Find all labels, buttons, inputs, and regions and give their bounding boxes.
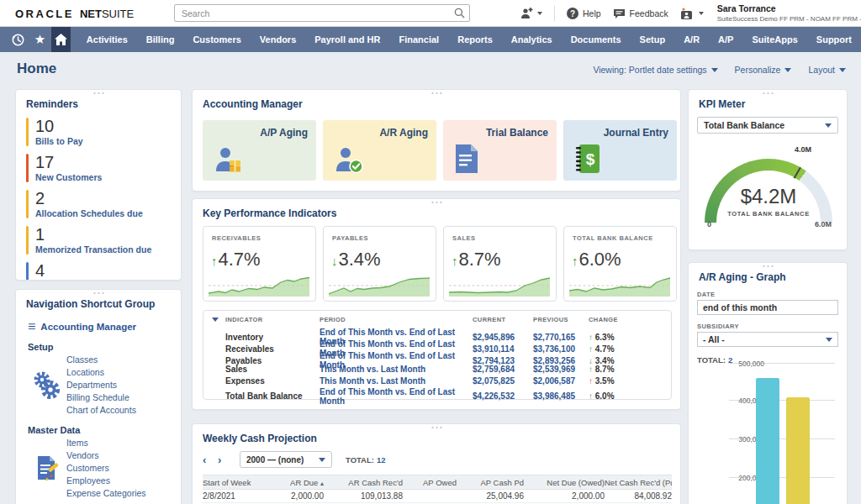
reminder-allocation-schedules[interactable]: 2 Allocation Schedules due	[26, 190, 171, 218]
help-button[interactable]: ? Help	[567, 8, 601, 19]
collapse-caret-icon[interactable]	[212, 318, 219, 322]
chevron-down-icon	[825, 123, 832, 128]
user-info[interactable]: Sara Torrance SuiteSuccess Demo FF PRM -…	[716, 3, 861, 23]
nav-item-documents[interactable]: Documents	[562, 27, 631, 52]
person-check-icon	[333, 144, 365, 175]
nav-item-setup[interactable]: Setup	[631, 27, 675, 52]
reminder-color-bar	[26, 154, 29, 182]
gears-icon	[28, 354, 66, 417]
table-row-inventory[interactable]: Inventory End of This Month vs. End of L…	[203, 328, 671, 339]
viewing-settings-dropdown[interactable]: Viewing: Portlet date settings	[593, 65, 717, 75]
sparkline-chart	[209, 275, 309, 297]
shortcuts-star-icon[interactable]: ★	[29, 27, 50, 52]
drag-handle[interactable]	[430, 201, 442, 205]
sparkline-chart	[449, 275, 550, 297]
document-icon	[453, 143, 480, 175]
reminder-new-customers[interactable]: 17 New Customers	[26, 154, 171, 182]
kpi-card-receivables[interactable]: RECEIVABLES ↑4.7%	[203, 226, 316, 302]
prev-page-button[interactable]: ‹	[203, 454, 218, 466]
kpi-card-payables[interactable]: PAYABLES ↓3.4%	[323, 226, 436, 302]
shortcut-link-customers[interactable]: Customers	[66, 462, 146, 475]
logo-suite: SUITE	[102, 8, 134, 20]
trend-arrow-icon: ↑	[589, 344, 593, 354]
nav-item-vendors[interactable]: Vendors	[251, 27, 305, 52]
quick-add-menu[interactable]	[520, 8, 542, 20]
kpi-card-total-bank-balance[interactable]: TOTAL BANK BALANCE ↑6.0%	[563, 226, 677, 302]
subsidiary-dropdown[interactable]: - All -	[697, 332, 838, 347]
reminder-color-bar	[26, 262, 29, 281]
bar-current[interactable]	[756, 378, 779, 504]
reminder-count: 4	[35, 262, 121, 280]
gauge-min-label: 0	[707, 220, 711, 228]
bar-overdue[interactable]	[786, 397, 810, 504]
shortcut-link-employees[interactable]: Employees	[66, 475, 146, 487]
personalize-dropdown[interactable]: Personalize	[735, 65, 792, 75]
drag-handle[interactable]	[430, 426, 442, 430]
logo-oracle: ORACLE	[15, 8, 74, 20]
next-page-button[interactable]: ›	[218, 454, 233, 466]
reminder-memorized-transaction[interactable]: 1 Memorized Transaction due	[26, 226, 171, 255]
drag-handle[interactable]	[762, 92, 774, 96]
layout-dropdown[interactable]: Layout	[808, 65, 846, 75]
tile-ar-aging[interactable]: A/R Aging	[323, 120, 436, 181]
nav-item-billing[interactable]: Billing	[137, 27, 184, 52]
shortcut-link-chart-of-accounts[interactable]: Chart of Accounts	[66, 404, 136, 417]
recent-records-icon[interactable]	[7, 27, 29, 52]
nav-item-support[interactable]: Support	[807, 27, 861, 52]
tile-journal-entry[interactable]: Journal Entry $	[563, 120, 677, 181]
ar-aging-bar-chart: 500,000 400,000 300,000 200,000	[689, 362, 847, 504]
table-row-total-bank-balance[interactable]: Total Bank Balance End of This Month vs.…	[203, 387, 671, 399]
trend-arrow-icon: ↑	[589, 333, 593, 342]
feedback-button[interactable]: Feedback	[613, 8, 668, 19]
date-input[interactable]: end of this month	[697, 300, 838, 315]
nav-item-suiteapps[interactable]: SuiteApps	[742, 27, 806, 52]
drag-handle[interactable]	[92, 291, 104, 296]
table-row-sales[interactable]: Sales This Month vs. Last Month $2,759,6…	[203, 364, 671, 375]
table-row[interactable]: 2/8/20212,000.00109,013.8825,004.962,000…	[203, 490, 672, 503]
tile-trial-balance[interactable]: Trial Balance	[443, 120, 557, 181]
shortcut-link-departments[interactable]: Departments	[66, 379, 136, 391]
shortcut-link-classes[interactable]: Classes	[66, 354, 136, 366]
search-input[interactable]	[174, 4, 470, 22]
shortcut-link-locations[interactable]: Locations	[66, 366, 136, 379]
sparkline-chart	[569, 275, 670, 297]
nav-item-ap[interactable]: A/P	[709, 27, 742, 52]
nav-item-customers[interactable]: Customers	[183, 27, 250, 52]
feedback-label: Feedback	[630, 8, 668, 18]
netsuite-dashboard: ORACLENETSUITE ? Help Feedback	[0, 0, 861, 504]
nav-item-financial[interactable]: Financial	[390, 27, 449, 52]
nav-item-payroll-hr[interactable]: Payroll and HR	[305, 27, 389, 52]
kpi-meter-portlet: KPI Meter Total Bank Balance 4.0M $4.2M …	[688, 89, 848, 250]
shortcut-link-expense-categories[interactable]: Expense Categories	[66, 487, 146, 500]
tile-ap-aging[interactable]: A/P Aging	[203, 120, 316, 181]
shortcut-link-vendors[interactable]: Vendors	[66, 449, 146, 462]
setup-section: Classes Locations Departments Billing Sc…	[28, 354, 181, 417]
drag-handle[interactable]	[92, 92, 104, 96]
reminder-bills-to-pay[interactable]: 10 Bills to Pay	[26, 118, 171, 146]
help-label: Help	[583, 8, 601, 18]
table-row-expenses[interactable]: Expenses This Month vs. Last Month $2,07…	[203, 375, 671, 387]
gauge-value: $4.2M	[689, 185, 848, 208]
shortcut-group-accounting-manager[interactable]: ≡ Accounting Manager	[28, 320, 171, 333]
account-dropdown[interactable]: 2000 — (none)	[240, 451, 332, 468]
kpi-table-header: INDICATOR PERIOD CURRENT PREVIOUS CHANGE	[203, 311, 671, 328]
page-settings: Viewing: Portlet date settings Personali…	[593, 65, 846, 75]
nav-item-reports[interactable]: Reports	[448, 27, 502, 52]
shortcut-link-items[interactable]: Items	[66, 437, 146, 449]
shortcut-link-billing-schedule[interactable]: Billing Schedule	[66, 391, 136, 404]
kpi-card-sales[interactable]: SALES ↑8.7%	[443, 226, 557, 302]
kpi-indicator-table: INDICATOR PERIOD CURRENT PREVIOUS CHANGE…	[203, 310, 672, 400]
reminder-journals-to-approve[interactable]: 4 Journals to Approve	[26, 262, 171, 281]
search-icon[interactable]	[454, 8, 465, 18]
nav-item-activities[interactable]: Activities	[77, 27, 137, 52]
quick-add-caret-icon	[537, 12, 542, 15]
home-tab[interactable]	[51, 27, 71, 52]
oracle-netsuite-logo[interactable]: ORACLENETSUITE	[15, 8, 134, 20]
kpi-meter-dropdown[interactable]: Total Bank Balance	[697, 117, 838, 134]
roles-menu[interactable]	[680, 8, 704, 20]
trend-arrow-icon: ↑	[572, 254, 578, 268]
drag-handle[interactable]	[762, 265, 774, 269]
nav-item-ar[interactable]: A/R	[674, 27, 709, 52]
nav-item-analytics[interactable]: Analytics	[502, 27, 562, 52]
drag-handle[interactable]	[430, 92, 442, 96]
